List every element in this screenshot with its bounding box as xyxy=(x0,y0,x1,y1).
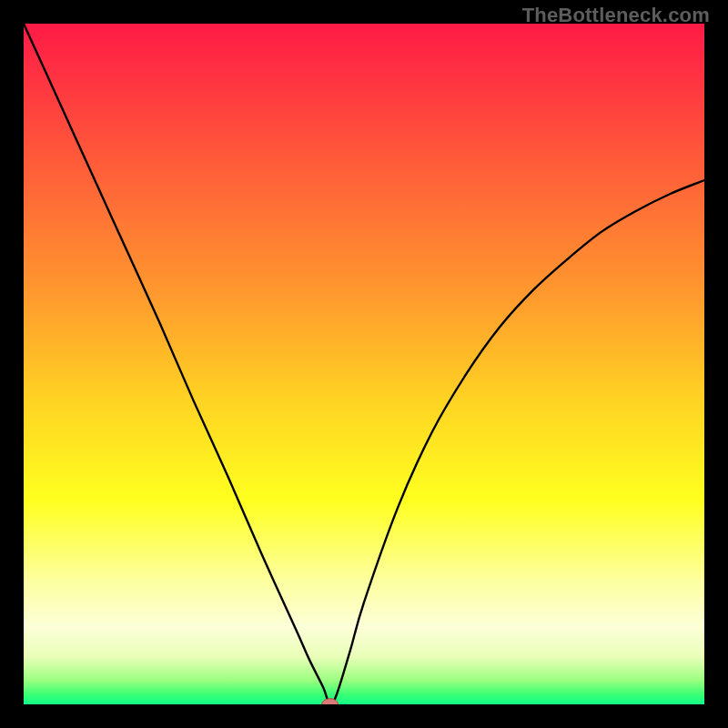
chart-frame: TheBottleneck.com xyxy=(0,0,728,728)
plot-area xyxy=(24,24,704,704)
bottleneck-chart-svg xyxy=(24,24,704,704)
watermark-text: TheBottleneck.com xyxy=(522,4,710,27)
